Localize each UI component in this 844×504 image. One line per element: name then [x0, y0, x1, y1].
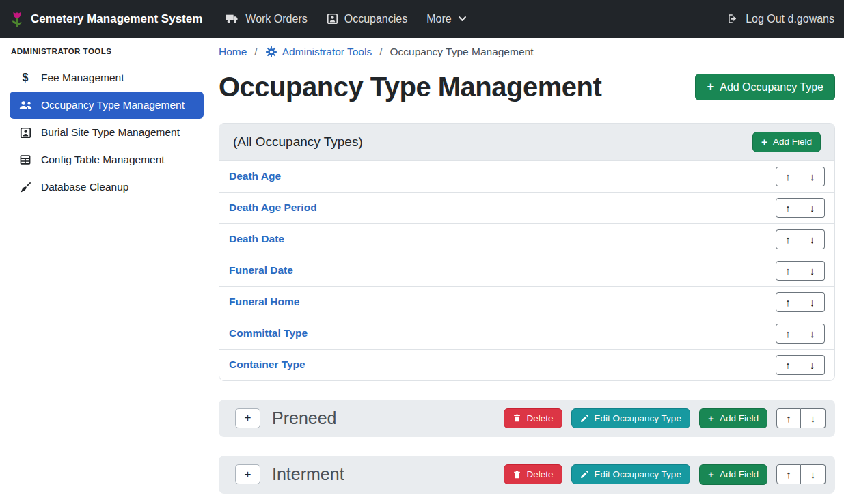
gear-icon — [265, 46, 277, 58]
move-down-button[interactable]: ↓ — [800, 167, 825, 186]
add-field-button[interactable]: + Add Field — [699, 408, 767, 429]
sidebar-item-occupancy-type-management[interactable]: Occupancy Type Management — [10, 92, 204, 119]
card-title: (All Occupancy Types) — [233, 135, 363, 150]
sidebar-item-label: Database Cleanup — [41, 181, 128, 193]
plus-icon: + — [245, 411, 251, 425]
add-occupancy-type-button[interactable]: + Add Occupancy Type — [695, 74, 835, 100]
delete-occupancy-type-button[interactable]: Delete — [504, 464, 562, 484]
pencil-icon — [580, 414, 589, 423]
truck-icon — [226, 13, 239, 25]
edit-occupancy-type-button[interactable]: Edit Occupancy Type — [571, 408, 690, 428]
field-link[interactable]: Funeral Home — [229, 296, 299, 308]
move-up-button[interactable]: ↑ — [776, 229, 800, 249]
trash-icon — [513, 413, 521, 423]
arrow-down-icon: ↓ — [810, 202, 815, 214]
move-up-button[interactable]: ↑ — [776, 464, 801, 484]
main-content: Home / — [212, 38, 844, 494]
card-header: (All Occupancy Types) + Add Field — [219, 124, 834, 161]
nav-more[interactable]: More — [417, 0, 476, 38]
button-label: Edit Occupancy Type — [595, 413, 681, 423]
expand-button[interactable]: + — [235, 464, 260, 484]
field-link[interactable]: Committal Type — [229, 327, 308, 339]
field-link[interactable]: Funeral Date — [229, 264, 293, 277]
field-link[interactable]: Death Date — [229, 233, 284, 245]
move-down-button[interactable]: ↓ — [801, 408, 826, 428]
field-link[interactable]: Container Type — [229, 359, 305, 371]
field-row: Funeral Home ↑ ↓ — [219, 286, 834, 318]
broom-icon — [18, 181, 33, 194]
field-row: Death Date ↑ ↓ — [219, 223, 834, 255]
nav-label: Occupancies — [344, 13, 408, 25]
plus-icon: + — [245, 468, 251, 481]
move-up-button[interactable]: ↑ — [776, 261, 800, 281]
move-up-button[interactable]: ↑ — [776, 198, 800, 218]
reorder-button-group: ↑ ↓ — [776, 292, 825, 312]
sidebar-item-label: Burial Site Type Management — [41, 126, 180, 139]
field-row: Death Age Period ↑ ↓ — [219, 192, 834, 223]
button-label: Add Occupancy Type — [720, 81, 823, 94]
add-field-button[interactable]: + Add Field — [699, 464, 767, 485]
reorder-button-group: ↑ ↓ — [776, 464, 826, 484]
sidebar-item-fee-management[interactable]: $ Fee Management — [10, 64, 204, 92]
edit-occupancy-type-button[interactable]: Edit Occupancy Type — [571, 464, 690, 484]
move-down-button[interactable]: ↓ — [800, 229, 825, 249]
field-row: Death Age ↑ ↓ — [219, 161, 834, 192]
nav-occupancies[interactable]: Occupancies — [317, 0, 418, 38]
page-title: Occupancy Type Management — [219, 72, 601, 102]
move-up-button[interactable]: ↑ — [776, 292, 800, 312]
move-down-button[interactable]: ↓ — [801, 464, 826, 484]
move-up-button[interactable]: ↑ — [776, 408, 801, 428]
app-brand[interactable]: Cemetery Management System — [10, 10, 202, 29]
arrow-down-icon: ↓ — [810, 171, 815, 182]
trash-icon — [513, 470, 521, 479]
arrow-up-icon: ↑ — [786, 412, 791, 424]
reorder-button-group: ↑ ↓ — [776, 167, 825, 186]
arrow-down-icon: ↓ — [810, 359, 815, 371]
nav-label: Work Orders — [245, 13, 307, 25]
delete-occupancy-type-button[interactable]: Delete — [504, 408, 562, 428]
move-up-button[interactable]: ↑ — [776, 355, 800, 375]
sidebar-item-label: Occupancy Type Management — [41, 99, 185, 111]
breadcrumb-home[interactable]: Home — [219, 46, 247, 58]
arrow-up-icon: ↑ — [785, 359, 791, 371]
breadcrumb-separator: / — [254, 46, 257, 58]
field-link[interactable]: Death Age — [229, 170, 281, 182]
add-field-button[interactable]: + Add Field — [752, 132, 821, 152]
move-down-button[interactable]: ↓ — [800, 292, 825, 312]
button-label: Add Field — [720, 413, 759, 423]
move-down-button[interactable]: ↓ — [800, 355, 825, 375]
occupancy-type-title: Interment — [272, 464, 344, 484]
sidebar-item-database-cleanup[interactable]: Database Cleanup — [10, 173, 204, 201]
move-up-button[interactable]: ↑ — [776, 167, 800, 186]
chevron-down-icon — [458, 14, 467, 23]
breadcrumb-administrator-tools[interactable]: Administrator Tools — [265, 46, 372, 58]
person-frame-icon — [327, 13, 338, 25]
reorder-button-group: ↑ ↓ — [776, 229, 825, 249]
move-up-button[interactable]: ↑ — [776, 324, 800, 344]
pencil-icon — [580, 470, 589, 479]
field-row: Funeral Date ↑ ↓ — [219, 255, 834, 286]
breadcrumb-current: Occupancy Type Management — [390, 46, 534, 58]
plus-icon: + — [707, 81, 714, 93]
arrow-up-icon: ↑ — [785, 171, 791, 182]
move-down-button[interactable]: ↓ — [800, 261, 825, 281]
table-icon — [18, 154, 33, 166]
nav-work-orders[interactable]: Work Orders — [216, 0, 316, 38]
button-label: Add Field — [773, 137, 812, 147]
reorder-button-group: ↑ ↓ — [776, 324, 825, 344]
dollar-icon: $ — [18, 72, 33, 84]
sidebar-item-burial-site-type-management[interactable]: Burial Site Type Management — [10, 119, 204, 146]
sidebar-item-config-table-management[interactable]: Config Table Management — [10, 146, 204, 173]
arrow-up-icon: ↑ — [785, 234, 791, 245]
move-down-button[interactable]: ↓ — [800, 198, 825, 218]
move-down-button[interactable]: ↓ — [800, 324, 825, 344]
breadcrumb: Home / — [219, 46, 835, 58]
logout-link[interactable]: Log Out d.gowans — [717, 0, 834, 38]
arrow-up-icon: ↑ — [786, 468, 791, 480]
arrow-down-icon: ↓ — [810, 296, 815, 308]
expand-button[interactable]: + — [235, 408, 260, 428]
arrow-down-icon: ↓ — [810, 234, 815, 245]
plus-icon: + — [708, 413, 714, 424]
sidebar-heading: ADMINISTRATOR TOOLS — [11, 47, 204, 55]
field-link[interactable]: Death Age Period — [229, 201, 317, 214]
